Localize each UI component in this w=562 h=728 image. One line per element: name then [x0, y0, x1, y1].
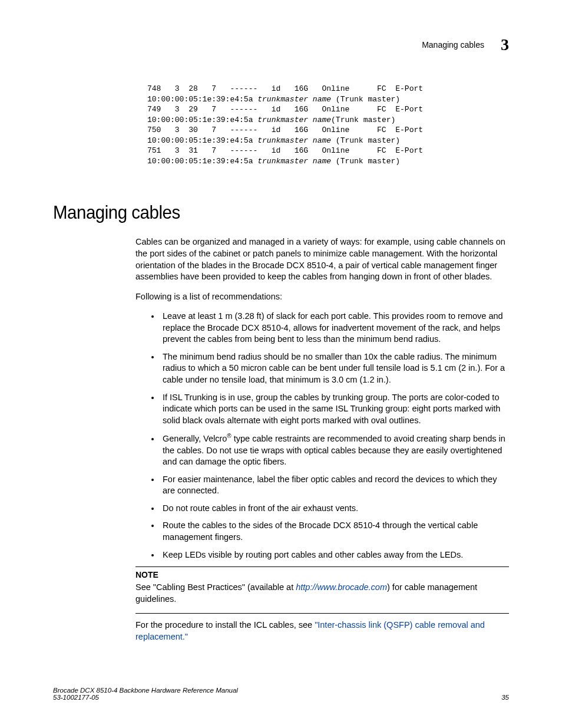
running-title: Managing cables [422, 40, 484, 50]
intro-paragraph: Cables can be organized and managed in a… [135, 236, 509, 282]
list-item: For easier maintenance, label the fiber … [160, 474, 509, 497]
code-line: 10:00:00:05:1e:39:e4:5a trunkmaster name… [147, 136, 509, 146]
note-pre: See "Cabling Best Practices" (available … [135, 582, 296, 592]
code-line: 750 3 30 7 ------ id 16G Online FC E-Por… [147, 125, 509, 136]
footer-docnum: 53-1002177-05 [53, 694, 238, 701]
note-rule-top [135, 566, 509, 567]
code-line: 10:00:00:05:1e:39:e4:5a trunkmaster name… [147, 156, 509, 167]
after-note-paragraph: For the procedure to install the ICL cab… [135, 620, 509, 643]
note-link[interactable]: http://www.brocade.com [296, 582, 387, 592]
code-line: 10:00:00:05:1e:39:e4:5a trunkmaster name… [147, 115, 509, 126]
page-footer: Brocade DCX 8510-4 Backbone Hardware Ref… [53, 687, 509, 701]
section-heading: Managing cables [53, 202, 472, 223]
chapter-number: 3 [501, 35, 509, 54]
recommendations-list: Leave at least 1 m (3.28 ft) of slack fo… [160, 311, 509, 561]
body-content: Cables can be organized and managed in a… [135, 236, 509, 643]
footer-title: Brocade DCX 8510-4 Backbone Hardware Ref… [53, 687, 238, 694]
code-line: 751 3 31 7 ------ id 16G Online FC E-Por… [147, 146, 509, 156]
list-item: Generally, Velcro® type cable restraints… [160, 432, 509, 468]
list-item: The minimum bend radius should be no sma… [160, 351, 509, 386]
intro-paragraph-2: Following is a list of recommendations: [135, 291, 509, 303]
after-note-pre: For the procedure to install the ICL cab… [135, 620, 315, 630]
note-text: See "Cabling Best Practices" (available … [135, 582, 509, 605]
list-item: Keep LEDs visible by routing port cables… [160, 549, 509, 561]
code-line: 10:00:00:05:1e:39:e4:5a trunkmaster name… [147, 94, 509, 105]
code-output: 748 3 28 7 ------ id 16G Online FC E-Por… [147, 84, 509, 166]
list-item: Do not route cables in front of the air … [160, 503, 509, 515]
list-item: Route the cables to the sides of the Bro… [160, 520, 509, 543]
note-label: NOTE [135, 569, 509, 581]
list-item: If ISL Trunking is in use, group the cab… [160, 392, 509, 427]
running-header: Managing cables 3 [53, 35, 509, 54]
code-line: 749 3 29 7 ------ id 16G Online FC E-Por… [147, 104, 509, 115]
footer-left: Brocade DCX 8510-4 Backbone Hardware Ref… [53, 687, 238, 701]
code-line: 748 3 28 7 ------ id 16G Online FC E-Por… [147, 84, 509, 94]
list-item: Leave at least 1 m (3.28 ft) of slack fo… [160, 311, 509, 345]
note-rule-bottom [135, 613, 509, 614]
footer-page: 35 [501, 694, 509, 701]
